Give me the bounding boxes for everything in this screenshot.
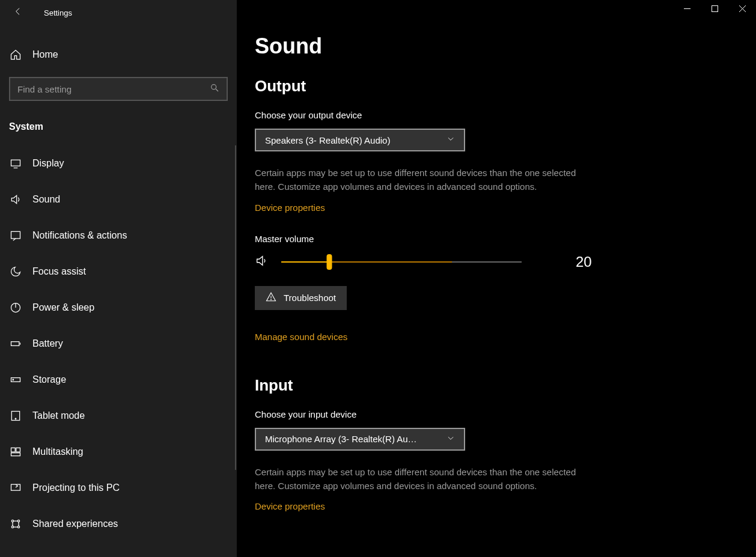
master-volume-slider[interactable] xyxy=(281,261,522,263)
maximize-button[interactable] xyxy=(701,0,728,18)
tablet-mode-icon xyxy=(9,410,22,422)
sidebar-item-label: Sound xyxy=(32,194,60,205)
sidebar-item-storage[interactable]: Storage xyxy=(9,362,228,398)
output-device-value: Speakers (3- Realtek(R) Audio) xyxy=(265,135,390,145)
maximize-icon xyxy=(712,4,718,14)
svg-point-18 xyxy=(271,299,272,300)
svg-point-13 xyxy=(11,520,13,522)
arrow-left-icon xyxy=(13,7,23,19)
sound-icon xyxy=(9,193,22,205)
sidebar-item-projecting[interactable]: Projecting to this PC xyxy=(9,470,228,506)
minimize-icon xyxy=(684,4,690,14)
sidebar-item-power-sleep[interactable]: Power & sleep xyxy=(9,290,228,326)
svg-point-15 xyxy=(11,526,13,528)
sidebar-nav: Display Sound Notifications & actions Fo… xyxy=(9,145,228,542)
master-volume-label: Master volume xyxy=(255,234,756,244)
svg-rect-9 xyxy=(11,448,16,452)
main-content: Sound Output Choose your output device S… xyxy=(237,0,756,557)
warning-icon xyxy=(266,291,284,304)
chevron-down-icon xyxy=(447,135,455,145)
svg-rect-4 xyxy=(11,342,19,346)
sidebar-item-label: Multitasking xyxy=(32,446,83,457)
input-device-properties-link[interactable]: Device properties xyxy=(255,501,325,511)
sidebar-item-battery[interactable]: Battery xyxy=(9,326,228,362)
master-volume-value: 20 xyxy=(576,254,592,270)
page-title: Sound xyxy=(255,34,756,59)
back-button[interactable] xyxy=(9,4,27,22)
output-device-select[interactable]: Speakers (3- Realtek(R) Audio) xyxy=(255,129,465,151)
svg-point-6 xyxy=(13,379,14,380)
speaker-icon[interactable] xyxy=(255,254,268,270)
svg-rect-1 xyxy=(11,160,20,166)
sidebar-item-label: Projecting to this PC xyxy=(32,482,120,493)
sidebar-home-label: Home xyxy=(32,49,58,60)
sidebar-item-label: Display xyxy=(32,158,64,169)
multitasking-icon xyxy=(9,446,22,458)
svg-rect-17 xyxy=(712,6,718,12)
svg-rect-2 xyxy=(11,231,20,239)
sidebar: Settings Home System Display Sound xyxy=(0,0,237,557)
sidebar-item-multitasking[interactable]: Multitasking xyxy=(9,434,228,470)
svg-point-8 xyxy=(15,418,16,419)
input-device-label: Choose your input device xyxy=(255,409,756,419)
shared-exp-icon xyxy=(9,518,22,530)
svg-rect-10 xyxy=(16,448,20,452)
sidebar-category: System xyxy=(9,121,228,132)
sidebar-item-display[interactable]: Display xyxy=(9,145,228,181)
focus-assist-icon xyxy=(9,266,22,278)
display-icon xyxy=(9,157,22,169)
sidebar-home[interactable]: Home xyxy=(9,40,228,70)
output-heading: Output xyxy=(255,77,756,96)
sidebar-item-label: Focus assist xyxy=(32,266,86,277)
svg-point-0 xyxy=(212,85,216,90)
storage-icon xyxy=(9,374,22,386)
troubleshoot-button[interactable]: Troubleshoot xyxy=(255,286,347,310)
battery-icon xyxy=(9,338,22,350)
svg-point-16 xyxy=(17,526,19,528)
sidebar-item-label: Power & sleep xyxy=(32,302,94,313)
output-device-label: Choose your output device xyxy=(255,110,756,120)
output-help-text: Certain apps may be set up to use differ… xyxy=(255,166,591,194)
sidebar-item-focus-assist[interactable]: Focus assist xyxy=(9,254,228,290)
search-input[interactable] xyxy=(17,84,210,94)
svg-rect-12 xyxy=(11,484,20,490)
sidebar-item-label: Notifications & actions xyxy=(32,230,127,241)
close-button[interactable] xyxy=(728,0,756,18)
troubleshoot-label: Troubleshoot xyxy=(284,293,336,303)
svg-point-14 xyxy=(17,520,19,522)
minimize-button[interactable] xyxy=(673,0,701,18)
window-title: Settings xyxy=(44,8,72,17)
titlebar: Settings xyxy=(0,0,237,25)
projecting-icon xyxy=(9,482,22,494)
sidebar-scrollbar[interactable] xyxy=(235,145,236,470)
window-controls xyxy=(673,0,756,18)
sidebar-item-label: Shared experiences xyxy=(32,519,118,529)
chevron-down-icon xyxy=(447,434,455,445)
input-help-text: Certain apps may be set up to use differ… xyxy=(255,465,591,493)
svg-rect-11 xyxy=(11,453,20,456)
input-heading: Input xyxy=(255,376,756,395)
manage-sound-devices-link[interactable]: Manage sound devices xyxy=(255,332,347,342)
search-icon xyxy=(210,83,219,95)
notifications-icon xyxy=(9,230,22,242)
sidebar-item-sound[interactable]: Sound xyxy=(9,181,228,218)
sidebar-item-notifications[interactable]: Notifications & actions xyxy=(9,218,228,254)
home-icon xyxy=(9,49,22,61)
sidebar-item-shared-experiences[interactable]: Shared experiences xyxy=(9,506,228,542)
sidebar-item-label: Tablet mode xyxy=(32,410,85,421)
sidebar-item-label: Battery xyxy=(32,338,63,349)
sidebar-item-tablet-mode[interactable]: Tablet mode xyxy=(9,398,228,434)
slider-thumb[interactable] xyxy=(327,254,332,270)
search-box[interactable] xyxy=(9,77,228,101)
input-device-value: Microphone Array (3- Realtek(R) Au… xyxy=(265,434,417,444)
close-icon xyxy=(739,4,746,14)
sidebar-item-label: Storage xyxy=(32,374,66,385)
power-icon xyxy=(9,302,22,314)
input-device-select[interactable]: Microphone Array (3- Realtek(R) Au… xyxy=(255,428,465,451)
output-device-properties-link[interactable]: Device properties xyxy=(255,202,325,213)
